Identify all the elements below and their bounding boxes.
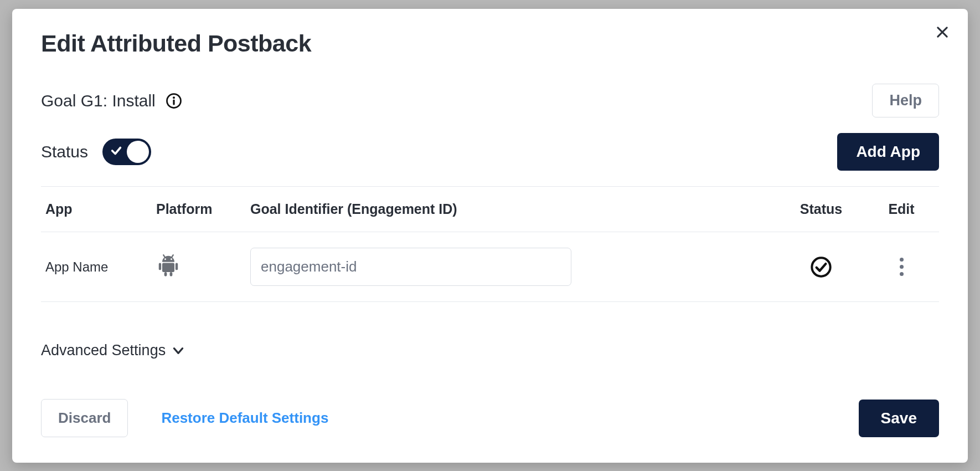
goal-label: Goal G1: Install (41, 91, 156, 110)
svg-rect-11 (170, 272, 173, 277)
kebab-dot-icon (900, 272, 904, 276)
row-edit (868, 253, 935, 280)
discard-button[interactable]: Discard (41, 399, 128, 437)
modal-title: Edit Attributed Postback (41, 30, 939, 57)
svg-rect-7 (162, 263, 174, 272)
status-check-icon (810, 256, 832, 278)
svg-point-3 (164, 258, 166, 260)
table-row: App Name (41, 232, 939, 302)
help-button[interactable]: Help (872, 84, 939, 117)
svg-point-1 (173, 96, 175, 99)
row-menu-button[interactable] (895, 253, 908, 280)
th-platform: Platform (156, 201, 250, 217)
check-icon (110, 145, 122, 159)
advanced-settings-label: Advanced Settings (41, 342, 166, 359)
close-icon (935, 24, 950, 40)
close-button[interactable] (931, 21, 953, 43)
goal-identifier-input[interactable] (250, 248, 571, 286)
goal-line: Goal G1: Install (41, 91, 182, 110)
status-label: Status (41, 142, 88, 161)
th-edit: Edit (868, 201, 935, 217)
table-header: App Platform Goal Identifier (Engagement… (41, 187, 939, 232)
status-row: Status Add App (41, 133, 939, 171)
kebab-dot-icon (900, 258, 904, 262)
svg-rect-10 (164, 272, 167, 277)
apps-table: App Platform Goal Identifier (Engagement… (41, 186, 939, 302)
row-status (774, 256, 868, 278)
svg-rect-9 (176, 263, 178, 270)
chevron-down-icon (171, 344, 185, 358)
info-icon[interactable] (166, 93, 182, 109)
kebab-dot-icon (900, 265, 904, 269)
svg-line-6 (172, 255, 173, 257)
th-goal-id: Goal Identifier (Engagement ID) (250, 201, 774, 217)
modal-footer: Discard Restore Default Settings Save (41, 399, 939, 437)
svg-point-4 (171, 258, 172, 260)
th-app: App (45, 201, 156, 217)
goal-row: Goal G1: Install Help (41, 84, 939, 117)
th-status: Status (774, 201, 868, 217)
row-goal-input-cell (250, 248, 774, 286)
toggle-knob (127, 141, 149, 163)
save-button[interactable]: Save (859, 400, 939, 437)
row-app-name: App Name (45, 259, 156, 275)
footer-left: Discard Restore Default Settings (41, 399, 328, 437)
svg-rect-2 (173, 99, 174, 105)
status-group: Status (41, 139, 151, 165)
status-toggle[interactable] (102, 139, 151, 165)
svg-rect-8 (159, 263, 161, 270)
svg-line-5 (163, 255, 165, 257)
advanced-settings-toggle[interactable]: Advanced Settings (41, 342, 939, 359)
add-app-button[interactable]: Add App (837, 133, 939, 171)
restore-defaults-link[interactable]: Restore Default Settings (161, 409, 328, 427)
row-platform (156, 254, 250, 280)
android-icon (156, 254, 180, 278)
edit-postback-modal: Edit Attributed Postback Goal G1: Instal… (12, 9, 968, 463)
svg-point-12 (812, 258, 830, 276)
